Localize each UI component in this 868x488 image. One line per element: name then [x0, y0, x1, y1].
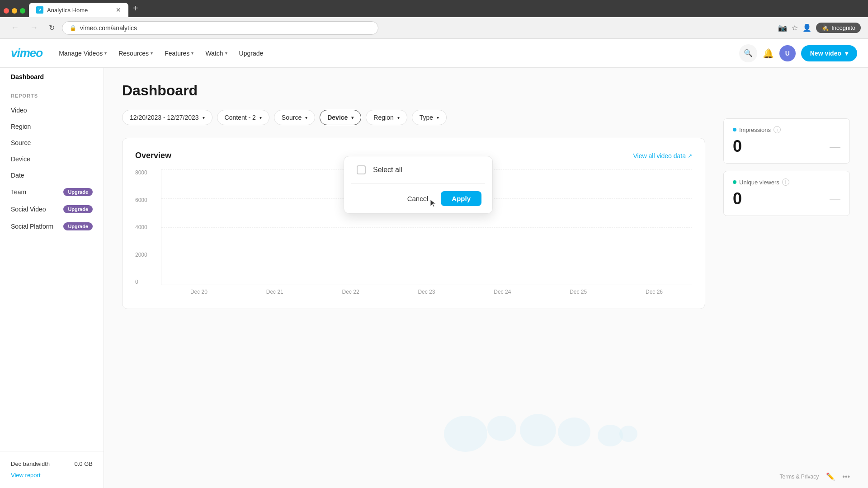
- svg-point-4: [598, 425, 623, 446]
- address-bar[interactable]: 🔒 vimeo.com/analytics: [62, 21, 378, 35]
- select-all-row[interactable]: Select all: [344, 156, 492, 183]
- view-all-link[interactable]: View all video data ↗: [633, 152, 692, 160]
- sidebar-item-device[interactable]: Device: [0, 151, 104, 167]
- date-label: Date: [11, 172, 24, 179]
- unique-viewers-dash: —: [830, 192, 840, 205]
- notifications-button[interactable]: 🔔: [763, 48, 774, 59]
- impressions-info-icon[interactable]: i: [774, 126, 781, 133]
- resources-chevron: ▾: [151, 51, 153, 56]
- header-actions: 🔍 🔔 U New video ▾: [739, 44, 857, 62]
- dropdown-footer: Cancel Apply: [344, 184, 492, 213]
- metrics-panel: Impressions i 0 — Unique viewers i: [723, 82, 850, 216]
- footer-links: Terms & Privacy ✏️ •••: [780, 472, 850, 481]
- upgrade-label: Upgrade: [239, 50, 264, 57]
- new-tab-button[interactable]: +: [128, 3, 143, 17]
- social-video-label: Social Video: [11, 206, 46, 213]
- svg-point-1: [487, 416, 516, 441]
- nav-upgrade[interactable]: Upgrade: [234, 46, 269, 61]
- metric-card-impressions: Impressions i 0 —: [723, 118, 850, 164]
- dashboard-title: Dashboard: [122, 82, 705, 99]
- incognito-label: Incognito: [831, 24, 855, 31]
- sidebar-item-team[interactable]: Team Upgrade: [0, 183, 104, 201]
- date-filter-button[interactable]: 12/20/2023 - 12/27/2023 ▾: [122, 110, 212, 125]
- cancel-button[interactable]: Cancel: [400, 191, 436, 206]
- vimeo-logo: vimeo: [11, 46, 42, 60]
- tab-close-icon[interactable]: ✕: [116, 6, 121, 14]
- external-link-icon: ↗: [688, 153, 692, 159]
- select-all-label: Select all: [373, 166, 402, 174]
- team-upgrade-badge[interactable]: Upgrade: [63, 188, 93, 196]
- manage-videos-label: Manage Videos: [59, 50, 103, 57]
- vimeo-header: vimeo Manage Videos ▾ Resources ▾ Featur…: [0, 39, 868, 68]
- nav-manage-videos[interactable]: Manage Videos ▾: [53, 46, 112, 61]
- minimize-window-button[interactable]: [12, 8, 17, 14]
- back-button[interactable]: ←: [7, 21, 23, 34]
- bandwidth-value: 0.0 GB: [75, 460, 93, 467]
- sidebar-item-region[interactable]: Region: [0, 118, 104, 135]
- nav-watch[interactable]: Watch ▾: [200, 46, 232, 61]
- bandwidth-label: Dec bandwidth: [11, 460, 50, 467]
- profile-icon[interactable]: 👤: [802, 23, 811, 32]
- type-filter-label: Type: [420, 114, 433, 121]
- forward-button[interactable]: →: [26, 21, 42, 34]
- refresh-button[interactable]: ↻: [45, 22, 58, 34]
- region-filter-button[interactable]: Region ▾: [366, 110, 407, 125]
- sidebar-item-date[interactable]: Date: [0, 167, 104, 183]
- resources-label: Resources: [118, 50, 149, 57]
- browser-chrome: V Analytics Home ✕ +: [0, 0, 868, 17]
- social-platform-upgrade-badge[interactable]: Upgrade: [63, 222, 93, 230]
- user-avatar[interactable]: U: [779, 45, 796, 61]
- more-options-icon[interactable]: •••: [842, 473, 850, 481]
- incognito-icon: 🕵️: [821, 24, 829, 31]
- svg-point-3: [558, 418, 590, 446]
- sidebar-item-social-video[interactable]: Social Video Upgrade: [0, 201, 104, 218]
- maximize-window-button[interactable]: [20, 8, 25, 14]
- terms-privacy-link[interactable]: Terms & Privacy: [780, 474, 819, 480]
- device-filter-button[interactable]: Device ▾: [320, 110, 361, 125]
- search-button[interactable]: 🔍: [739, 44, 757, 62]
- edit-icon[interactable]: ✏️: [826, 472, 835, 481]
- metric-card-unique-viewers: Unique viewers i 0 —: [723, 171, 850, 216]
- new-video-button[interactable]: New video ▾: [801, 45, 857, 61]
- nav-resources[interactable]: Resources ▾: [113, 46, 158, 61]
- social-video-upgrade-badge[interactable]: Upgrade: [63, 205, 93, 213]
- unique-viewers-dot: [733, 180, 736, 184]
- bookmark-icon[interactable]: ☆: [792, 23, 798, 32]
- type-chevron-icon: ▾: [437, 115, 439, 120]
- impressions-dot: [733, 128, 736, 131]
- source-filter-button[interactable]: Source ▾: [274, 110, 315, 125]
- overview-title: Overview: [135, 151, 171, 160]
- sidebar-item-source[interactable]: Source: [0, 135, 104, 151]
- type-filter-button[interactable]: Type ▾: [412, 110, 447, 125]
- chart-x-labels: Dec 20 Dec 21 Dec 22 Dec 23 Dec 24 Dec 2…: [161, 285, 692, 295]
- content-filter-button[interactable]: Content - 2 ▾: [217, 110, 269, 125]
- close-window-button[interactable]: [4, 8, 9, 14]
- content-label: Content - 2: [225, 114, 256, 121]
- content-chevron-icon: ▾: [259, 115, 262, 120]
- new-video-chevron: ▾: [845, 50, 848, 57]
- camera-icon[interactable]: 📷: [778, 23, 787, 32]
- watch-chevron: ▾: [225, 51, 227, 56]
- view-report-link[interactable]: View report: [11, 472, 41, 479]
- team-label: Team: [11, 188, 26, 196]
- date-chevron-icon: ▾: [203, 115, 205, 120]
- browser-traffic-controls: [4, 8, 25, 17]
- apply-button[interactable]: Apply: [441, 191, 481, 206]
- world-map-decoration: [226, 407, 850, 461]
- source-chevron-icon: ▾: [305, 115, 307, 120]
- select-all-checkbox[interactable]: [357, 165, 366, 174]
- unique-viewers-info-icon[interactable]: i: [782, 178, 789, 186]
- sidebar-item-dashboard[interactable]: Dashboard: [0, 68, 104, 86]
- browser-tab-active[interactable]: V Analytics Home ✕: [29, 3, 128, 17]
- impressions-value: 0: [733, 137, 742, 156]
- filter-bar: 12/20/2023 - 12/27/2023 ▾ Content - 2 ▾ …: [122, 110, 705, 125]
- sidebar-item-video[interactable]: Video: [0, 102, 104, 118]
- nav-right-actions: 📷 ☆ 👤 🕵️ Incognito: [778, 23, 861, 33]
- features-chevron: ▾: [191, 51, 193, 56]
- sidebar-item-social-platform[interactable]: Social Platform Upgrade: [0, 218, 104, 235]
- nav-features[interactable]: Features ▾: [159, 46, 199, 61]
- svg-point-0: [444, 416, 487, 452]
- region-filter-label: Region: [373, 114, 393, 121]
- region-label: Region: [11, 123, 31, 130]
- source-filter-label: Source: [282, 114, 302, 121]
